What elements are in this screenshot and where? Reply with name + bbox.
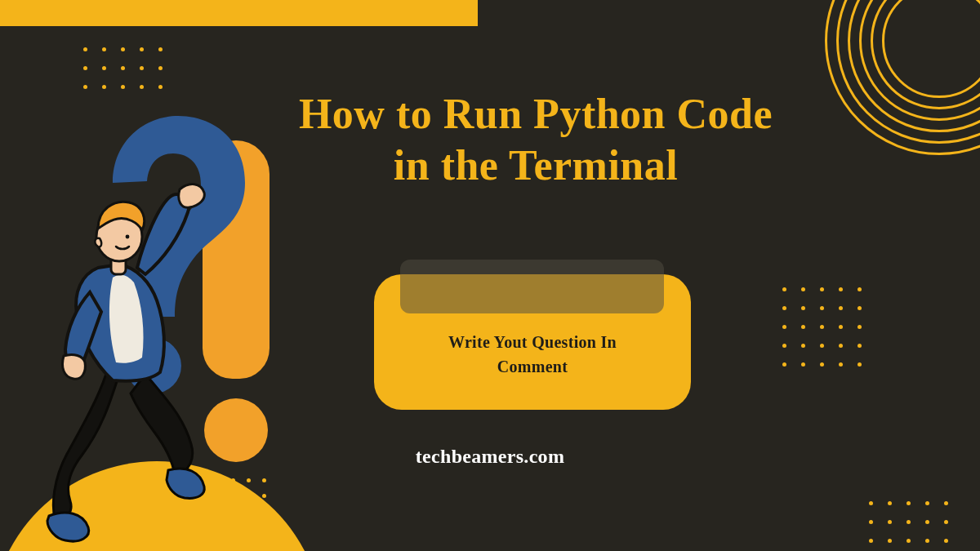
cta-text: Write Yout Question In Comment [374, 330, 691, 379]
site-name: techbeamers.com [0, 446, 980, 468]
dot-grid-icon [782, 287, 862, 367]
cta-overlay [400, 260, 664, 313]
top-accent-bar [0, 0, 478, 26]
cta-panel: Write Yout Question In Comment [374, 274, 691, 410]
concentric-arcs-icon [825, 0, 980, 155]
cta-line-1: Write Yout Question In [448, 333, 617, 351]
cta-line-2: Comment [497, 358, 568, 375]
dot-grid-icon [869, 501, 948, 543]
svg-point-3 [126, 235, 130, 239]
dot-grid-icon [83, 47, 163, 89]
running-person-illustration [23, 170, 243, 551]
page-title: How to Run Python Code in the Terminal [283, 88, 789, 192]
